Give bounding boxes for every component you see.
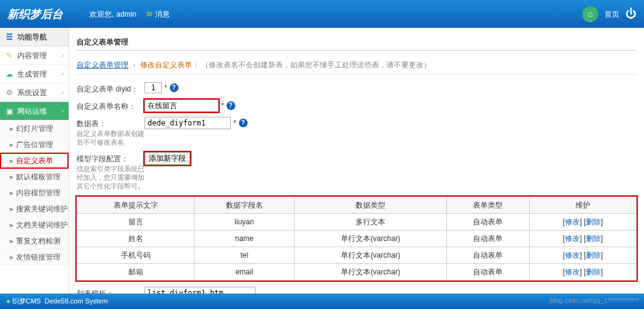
required-star: * (164, 82, 167, 93)
sidebar-sub-item[interactable]: ▸文档关键词维护 (0, 217, 69, 233)
messages-link[interactable]: ✉ 消息 (146, 9, 170, 20)
sidebar-item-icon: ✎ (5, 50, 14, 61)
table-header: 表单提示文字 (77, 197, 194, 214)
sidebar-sub-item[interactable]: ▸默认模板管理 (0, 169, 69, 185)
table-header: 维护 (529, 197, 636, 214)
help-icon[interactable]: ? (227, 101, 235, 110)
home-button[interactable]: ⌂ (582, 6, 598, 22)
panel-title: 自定义表单管理 (77, 34, 637, 51)
help-icon[interactable]: ? (170, 83, 178, 92)
add-field-button[interactable]: 添加新字段 (144, 152, 190, 165)
sidebar-sub-item[interactable]: ▸内容模型管理 (0, 185, 69, 201)
home-link[interactable]: 首页 (604, 9, 619, 20)
sidebar-header: ☰ 功能导航 (0, 28, 69, 46)
footer-bar: ● 织梦CMS Dede58.com System (0, 294, 644, 309)
sidebar-submenu: ▸幻灯片管理▸广告位管理▸自定义表单▸默认模板管理▸内容模型管理▸搜索关键词维护… (0, 121, 69, 265)
fields-label: 模型字段配置： 信息索引类字段系统已经加入，您只需要增加其它个性化字段即可。 (77, 152, 144, 191)
sidebar-item-icon: ☁ (5, 69, 14, 80)
chevron-right-icon: › (62, 106, 64, 116)
delete-link[interactable]: 删除 (586, 234, 601, 243)
sidebar-sub-item[interactable]: ▸友情链接管理 (0, 249, 69, 265)
sidebar-sub-item[interactable]: ▸广告位管理 (0, 137, 69, 153)
diyid-label: 自定义表单 diyid： (77, 82, 144, 95)
sidebar-item-icon: ⚙ (5, 87, 14, 98)
table-row: 手机号码tel单行文本(varchar)自动表单[修改] [删除] (77, 247, 637, 264)
edit-link[interactable]: 修改 (565, 218, 580, 226)
edit-link[interactable]: 修改 (565, 234, 580, 243)
breadcrumb-link[interactable]: 自定义表单管理 (77, 61, 128, 69)
top-bar: 新织梦后台 👤 欢迎您,admin ✉ 消息 ⌂ 首页 ⏻ (0, 0, 644, 28)
table-row: 留言liuyan多行文本自动表单[修改] [删除] (77, 214, 637, 231)
sidebar-sub-item[interactable]: ▸搜索关键词维护 (0, 201, 69, 217)
delete-link[interactable]: 删除 (586, 251, 601, 260)
breadcrumb-current: 修改自定义表单： (140, 61, 199, 69)
name-input[interactable] (144, 99, 219, 112)
sidebar-item-label: 生成管理 (17, 69, 47, 80)
table-row: 姓名name单行文本(varchar)自动表单[修改] [删除] (77, 231, 637, 247)
diyid-input[interactable] (144, 82, 162, 93)
table-row: 邮箱email单行文本(varchar)自动表单[修改] [删除] (77, 264, 637, 281)
sidebar-item-icon: ▣ (5, 106, 14, 117)
sidebar-sub-item[interactable]: ▸重复文档检测 (0, 233, 69, 249)
sidebar-item-label: 系统设置 (17, 87, 47, 98)
edit-link[interactable]: 修改 (565, 251, 580, 260)
watermark: blog.csdn.net/qq_1************ (550, 295, 639, 306)
list-tpl-label: 列表模板： (77, 287, 144, 294)
sidebar-item-0[interactable]: ✎内容管理› (0, 46, 69, 65)
welcome-text: 👤 欢迎您,admin (78, 9, 136, 20)
sidebar-item-label: 网站运维 (17, 106, 47, 117)
list-tpl-input[interactable] (144, 287, 256, 294)
sidebar-sub-item[interactable]: ▸幻灯片管理 (0, 121, 69, 137)
table-header: 数据字段名 (194, 197, 295, 214)
sidebar-item-label: 内容管理 (17, 50, 47, 61)
name-label: 自定义表单名称： (77, 99, 144, 112)
table-header: 数据类型 (295, 197, 447, 214)
fields-table: 表单提示文字数据字段名数据类型表单类型维护 留言liuyan多行文本自动表单[修… (77, 197, 637, 281)
chevron-right-icon: › (62, 51, 64, 60)
edit-link[interactable]: 修改 (565, 268, 580, 276)
delete-link[interactable]: 删除 (586, 268, 601, 276)
help-icon[interactable]: ? (239, 119, 248, 127)
sidebar-sub-item[interactable]: ▸自定义表单 (0, 153, 69, 169)
logo: 新织梦后台 (7, 9, 63, 20)
chevron-right-icon: › (62, 69, 64, 78)
menu-icon: ☰ (5, 32, 14, 43)
table-label: 数据表： 自定义表单数据表创建后不可修改表名 (77, 117, 144, 147)
table-header: 表单类型 (446, 197, 529, 214)
sidebar-item-2[interactable]: ⚙系统设置› (0, 83, 69, 102)
main-content: 自定义表单管理 自定义表单管理 › 修改自定义表单： （修改表名不会创建新表，如… (69, 28, 644, 294)
sidebar: ☰ 功能导航 ✎内容管理›☁生成管理›⚙系统设置›▣网站运维› ▸幻灯片管理▸广… (0, 28, 69, 294)
table-input[interactable] (144, 117, 231, 129)
logout-icon[interactable]: ⏻ (625, 6, 637, 22)
sidebar-item-1[interactable]: ☁生成管理› (0, 65, 69, 83)
sidebar-item-3[interactable]: ▣网站运维› (0, 102, 69, 121)
chevron-right-icon: › (62, 88, 64, 97)
delete-link[interactable]: 删除 (586, 218, 601, 226)
user-icon: 👤 (78, 9, 87, 20)
breadcrumb: 自定义表单管理 › 修改自定义表单： （修改表名不会创建新表，如果您不懂手工处理… (77, 56, 637, 75)
envelope-icon: ✉ (146, 9, 153, 20)
